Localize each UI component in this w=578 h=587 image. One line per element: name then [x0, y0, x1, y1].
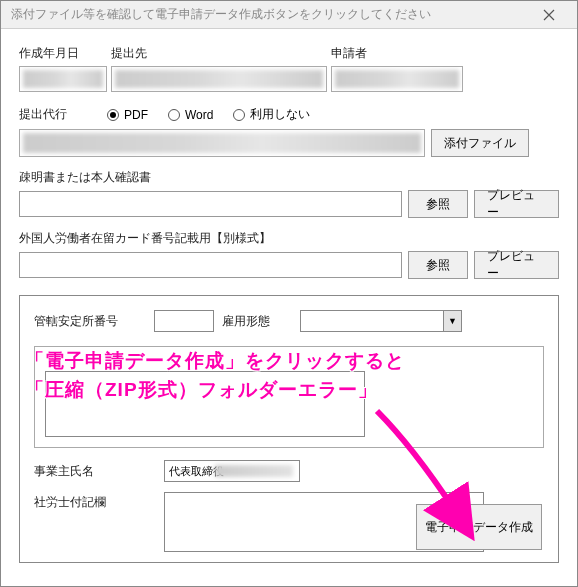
radio-word-label: Word [185, 108, 213, 122]
section2-file-input[interactable] [19, 252, 402, 278]
applicant-input[interactable] [331, 66, 463, 92]
attach-file-button[interactable]: 添付ファイル [431, 129, 529, 157]
radio-icon [168, 109, 180, 121]
kanri-label: 管轄安定所番号 [34, 313, 146, 330]
fieldset-textarea[interactable] [45, 371, 365, 437]
kanri-row: 管轄安定所番号 雇用形態 ▼ [34, 310, 544, 332]
radio-icon [233, 109, 245, 121]
kanri-input[interactable] [154, 310, 214, 332]
section2-label: 外国人労働者在留カード番号記載用【別様式】 [19, 230, 559, 247]
jigyo-input[interactable]: 代表取締役 [164, 460, 300, 482]
jigyo-row: 事業主氏名 代表取締役 [34, 460, 544, 482]
submit-button[interactable]: 電子申請データ作成 [416, 504, 542, 550]
section1-label: 疎明書または本人確認書 [19, 169, 559, 186]
header-inputs [19, 66, 559, 92]
section1-preview-button[interactable]: プレビュー [474, 190, 559, 218]
proxy-label: 提出代行 [19, 106, 107, 123]
inner-panel: 管轄安定所番号 雇用形態 ▼ 事業主氏名 代表取締役 社労士付記欄 電子申請デー… [19, 295, 559, 563]
section2-file-row: 参照 プレビュー [19, 251, 559, 279]
titlebar: 添付ファイル等を確認して電子申請データ作成ボタンをクリックしてください [1, 1, 577, 29]
radio-icon [107, 109, 119, 121]
jigyo-label: 事業主氏名 [34, 463, 164, 480]
proxy-radio-group: PDF Word 利用しない [107, 106, 310, 123]
radio-pdf[interactable]: PDF [107, 106, 148, 123]
window-title: 添付ファイル等を確認して電子申請データ作成ボタンをクリックしてください [11, 6, 529, 23]
koyo-label: 雇用形態 [222, 313, 292, 330]
chevron-down-icon: ▼ [443, 311, 461, 331]
section1-file-input[interactable] [19, 191, 402, 217]
remarks-label: 社労士付記欄 [34, 492, 164, 552]
section2-preview-button[interactable]: プレビュー [474, 251, 559, 279]
dest-input[interactable] [111, 66, 327, 92]
radio-word[interactable]: Word [168, 106, 213, 123]
applicant-label: 申請者 [331, 45, 559, 62]
koyo-select[interactable]: ▼ [300, 310, 462, 332]
close-button[interactable] [529, 2, 569, 28]
section2-browse-button[interactable]: 参照 [408, 251, 468, 279]
proxy-row: 提出代行 PDF Word 利用しない [19, 106, 559, 123]
proxy-input-row: 添付ファイル [19, 129, 559, 157]
proxy-path-input[interactable] [19, 129, 425, 157]
dest-label: 提出先 [111, 45, 331, 62]
section1-browse-button[interactable]: 参照 [408, 190, 468, 218]
jigyo-value: 代表取締役 [169, 464, 224, 479]
radio-none-label: 利用しない [250, 106, 310, 123]
header-labels: 作成年月日 提出先 申請者 [19, 45, 559, 62]
radio-pdf-label: PDF [124, 108, 148, 122]
section1-file-row: 参照 プレビュー [19, 190, 559, 218]
date-label: 作成年月日 [19, 45, 111, 62]
content-area: 作成年月日 提出先 申請者 提出代行 PDF Word 利用しない 添付ファイル [1, 29, 577, 575]
fieldset-area [34, 346, 544, 448]
date-input[interactable] [19, 66, 107, 92]
radio-none[interactable]: 利用しない [233, 106, 310, 123]
